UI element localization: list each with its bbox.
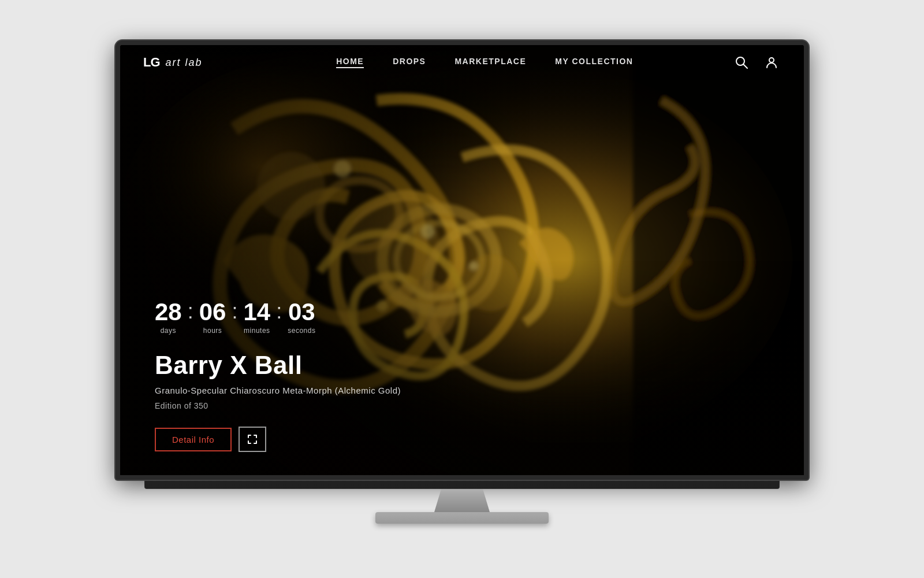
tv-wrapper: LG art lab HOME DROPS MARKETPLACE MY COL… <box>116 40 808 538</box>
screen-content: LG art lab HOME DROPS MARKETPLACE MY COL… <box>120 45 804 475</box>
expand-icon <box>247 433 258 445</box>
user-icon <box>765 56 778 69</box>
countdown-days: 28 days <box>155 300 182 335</box>
countdown-seconds: 03 seconds <box>288 300 315 335</box>
edition-info: Edition of 350 <box>155 401 401 410</box>
search-button[interactable] <box>732 53 751 72</box>
detail-info-button[interactable]: Detail Info <box>155 428 232 451</box>
logo-lg: LG <box>143 55 160 70</box>
nav-links: HOME DROPS MARKETPLACE MY COLLECTION <box>237 57 732 68</box>
tv-screen: LG art lab HOME DROPS MARKETPLACE MY COL… <box>116 40 808 480</box>
sep-3: : <box>276 300 282 323</box>
content-area: 28 days : 06 hours : 14 minutes : <box>155 300 401 452</box>
countdown-minutes: 14 minutes <box>243 300 270 335</box>
tv-stand-neck <box>427 489 497 512</box>
countdown-hours: 06 hours <box>199 300 226 335</box>
nav-home[interactable]: HOME <box>336 57 364 68</box>
nav-icons <box>732 53 781 72</box>
artist-name: Barry X Ball <box>155 351 401 380</box>
sep-1: : <box>188 300 193 323</box>
svg-point-18 <box>769 58 774 62</box>
search-icon <box>735 56 748 69</box>
buttons-row: Detail Info <box>155 427 401 452</box>
logo-artlab: art lab <box>166 57 203 69</box>
navbar: LG art lab HOME DROPS MARKETPLACE MY COL… <box>120 45 804 80</box>
sep-2: : <box>232 300 237 323</box>
user-button[interactable] <box>762 53 781 72</box>
countdown: 28 days : 06 hours : 14 minutes : <box>155 300 401 335</box>
tv-bezel-bottom <box>144 480 780 489</box>
svg-line-17 <box>743 64 747 68</box>
artwork-title: Granulo-Specular Chiaroscuro Meta-Morph … <box>155 386 401 395</box>
nav-drops[interactable]: DROPS <box>393 57 426 68</box>
expand-button[interactable] <box>239 427 266 452</box>
nav-marketplace[interactable]: MARKETPLACE <box>454 57 526 68</box>
logo-area: LG art lab <box>143 55 203 70</box>
tv-stand-base <box>375 512 549 524</box>
nav-my-collection[interactable]: MY COLLECTION <box>555 57 633 68</box>
